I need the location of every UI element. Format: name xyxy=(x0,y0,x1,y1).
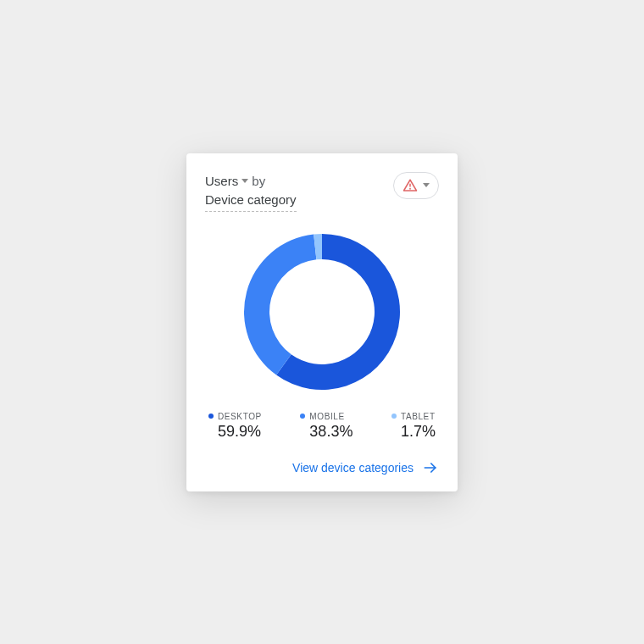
legend-dot xyxy=(208,414,214,419)
legend-item-desktop: DESKTOP 59.9% xyxy=(208,412,262,441)
footer-link-label: View device categories xyxy=(292,461,414,475)
legend-label: MOBILE xyxy=(300,412,353,421)
svg-point-1 xyxy=(409,187,411,189)
legend-dot xyxy=(391,414,397,419)
legend-value: 59.9% xyxy=(218,423,262,441)
legend-dot xyxy=(300,414,305,419)
legend-item-tablet: TABLET 1.7% xyxy=(391,412,436,441)
card-title-block: Users by Device category xyxy=(205,172,297,212)
device-category-card: Users by Device category DESKTOP 59.9% xyxy=(186,153,458,491)
donut-chart xyxy=(205,227,439,397)
legend-label: TABLET xyxy=(391,412,436,421)
warning-icon xyxy=(402,178,418,193)
legend-label-text: DESKTOP xyxy=(218,412,262,421)
caret-down-icon xyxy=(242,179,248,183)
metric-dropdown[interactable]: Users xyxy=(205,172,248,192)
legend-value: 38.3% xyxy=(309,423,353,441)
arrow-right-icon xyxy=(422,459,439,476)
legend: DESKTOP 59.9% MOBILE 38.3% TABLET 1.7% xyxy=(205,412,439,441)
donut-svg xyxy=(237,227,407,397)
caret-down-icon xyxy=(423,183,430,187)
insights-alert-button[interactable] xyxy=(393,172,439,199)
legend-label: DESKTOP xyxy=(208,412,262,421)
legend-label-text: TABLET xyxy=(401,412,436,421)
title-separator: by xyxy=(252,174,265,188)
legend-label-text: MOBILE xyxy=(309,412,344,421)
legend-value: 1.7% xyxy=(401,423,436,441)
dimension-dropdown[interactable]: Device category xyxy=(205,191,297,212)
view-device-categories-link[interactable]: View device categories xyxy=(205,459,439,476)
donut-slice-mobile[interactable] xyxy=(244,234,316,375)
legend-item-mobile: MOBILE 38.3% xyxy=(300,412,353,441)
metric-label: Users xyxy=(205,172,238,192)
card-header: Users by Device category xyxy=(205,172,439,212)
